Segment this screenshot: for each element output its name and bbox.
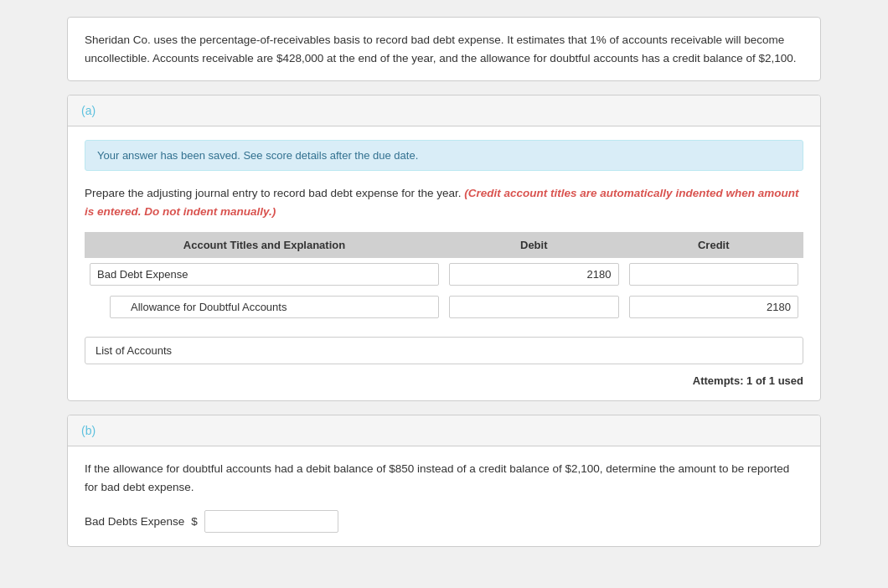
part-b-instruction: If the allowance for doubtful accounts h… [85,460,803,496]
bad-debts-input[interactable] [204,510,338,533]
credit-cell-2 [624,291,804,323]
col-header-credit: Credit [624,232,804,258]
section-b-header: (b) [68,415,820,446]
attempts-value: Attempts: 1 of 1 used [693,374,803,387]
section-b-card: (b) If the allowance for doubtful accoun… [67,415,821,546]
section-b-body: If the allowance for doubtful accounts h… [68,446,820,545]
bad-debts-row: Bad Debts Expense $ [85,510,803,533]
journal-table: Account Titles and Explanation Debit Cre… [85,232,803,323]
dollar-sign: $ [191,515,198,528]
section-a-label: (a) [81,104,96,117]
debit-cell-2 [444,291,624,323]
section-b-label: (b) [81,424,96,437]
list-of-accounts-button[interactable]: List of Accounts [85,337,803,364]
instruction-text: Prepare the adjusting journal entry to r… [85,184,803,220]
bad-debts-label: Bad Debts Expense [85,515,184,528]
account-cell-1 [85,258,444,291]
col-header-debit: Debit [444,232,624,258]
problem-text: Sheridan Co. uses the percentage-of-rece… [85,31,803,67]
table-row [85,258,803,291]
section-a-card: (a) Your answer has been saved. See scor… [67,95,821,401]
section-a-header: (a) [68,95,820,126]
attempts-text: Attempts: 1 of 1 used [85,374,803,387]
credit-cell-1 [624,258,804,291]
list-of-accounts-label: List of Accounts [96,344,172,357]
account-cell-2 [85,291,444,323]
table-row [85,291,803,323]
table-header-row: Account Titles and Explanation Debit Cre… [85,232,803,258]
debit-input-2[interactable] [449,296,619,318]
debit-input-1[interactable] [449,263,619,286]
account-input-1[interactable] [90,263,439,286]
col-header-account: Account Titles and Explanation [85,232,444,258]
section-a-body: Your answer has been saved. See score de… [68,126,820,400]
credit-input-2[interactable] [629,296,799,318]
saved-banner: Your answer has been saved. See score de… [85,140,803,171]
account-input-2[interactable] [110,296,439,318]
instruction-normal: Prepare the adjusting journal entry to r… [85,187,462,199]
credit-input-1[interactable] [629,263,799,286]
page-container: Sheridan Co. uses the percentage-of-rece… [67,17,821,547]
debit-cell-1 [444,258,624,291]
problem-card: Sheridan Co. uses the percentage-of-rece… [67,17,821,81]
saved-banner-text: Your answer has been saved. See score de… [97,149,418,162]
